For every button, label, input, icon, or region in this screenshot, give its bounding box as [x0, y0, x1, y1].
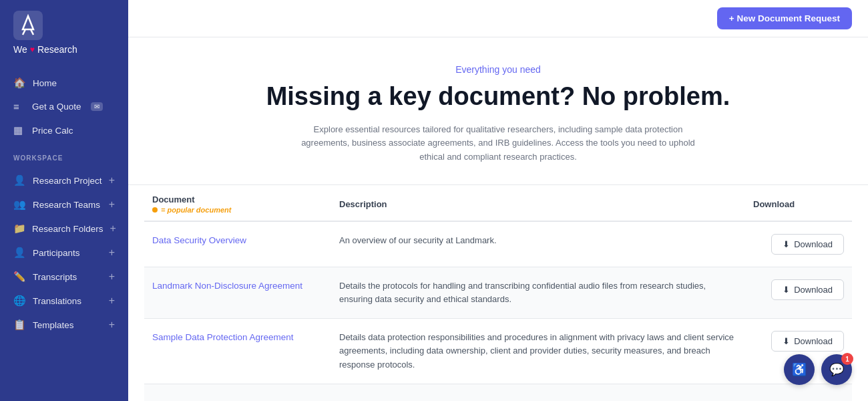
- doc-name-cell: Landmark Non-Disclosure Agreement: [144, 267, 331, 318]
- main-area: + New Document Request Everything you ne…: [128, 0, 868, 401]
- logo-area: We ♥ Research: [0, 0, 128, 68]
- chat-badge: 1: [841, 353, 853, 365]
- quote-badge-icon: ✉: [91, 102, 103, 111]
- table-row: [144, 384, 852, 401]
- col-description: Description: [331, 185, 745, 221]
- sidebar-item-translations[interactable]: 🌐 Translations +: [0, 289, 128, 313]
- doc-desc-data-protection: Details data protection responsibilities…: [339, 332, 734, 369]
- download-data-security-button[interactable]: ⬇ Download: [771, 234, 844, 255]
- popular-dot-icon: [152, 207, 158, 213]
- doc-desc-cell: Details data protection responsibilities…: [331, 319, 745, 384]
- sidebar-item-research-teams[interactable]: 👥 Research Teams +: [0, 192, 128, 217]
- sidebar-item-research-folders[interactable]: 📁 Research Folders +: [0, 217, 128, 241]
- doc-name-data-security[interactable]: Data Security Overview: [152, 235, 246, 245]
- sidebar-item-label: Research Project: [33, 176, 102, 186]
- doc-desc-data-security: An overview of our security at Landmark.: [339, 235, 497, 245]
- hero-title: Missing a key document? No problem.: [168, 82, 828, 112]
- sidebar-item-research-project[interactable]: 👤 Research Project +: [0, 168, 128, 192]
- chat-icon: 💬: [829, 362, 844, 377]
- documents-table-wrapper: Document = popular document Description …: [128, 185, 868, 401]
- content-area: Everything you need Missing a key docume…: [128, 37, 868, 401]
- quote-icon: ≡: [13, 101, 25, 112]
- accessibility-icon: ♿: [792, 362, 807, 377]
- sidebar: We ♥ Research 🏠 Home ≡ Get a Quote ✉ ▦ P…: [0, 0, 128, 401]
- table-row: Sample Data Protection Agreement Details…: [144, 319, 852, 384]
- brand-name: We ♥ Research: [13, 44, 77, 63]
- plus-icon: +: [109, 247, 115, 259]
- download-icon: ⬇: [783, 336, 790, 346]
- sidebar-item-label: Research Teams: [33, 200, 100, 210]
- hero-subtitle: Everything you need: [168, 64, 828, 75]
- popular-label: = popular document: [152, 206, 323, 214]
- plus-icon: +: [110, 223, 116, 235]
- plus-icon: +: [109, 198, 115, 211]
- accessibility-button[interactable]: ♿: [784, 354, 815, 385]
- sidebar-item-label: Participants: [33, 248, 80, 258]
- sidebar-item-home[interactable]: 🏠 Home: [0, 71, 128, 95]
- translations-icon: 🌐: [13, 295, 26, 307]
- download-nda-button[interactable]: ⬇ Download: [771, 279, 844, 300]
- table-header-row: Document = popular document Description …: [144, 185, 852, 221]
- col-document: Document = popular document: [144, 185, 331, 221]
- sidebar-item-label: Translations: [33, 296, 81, 306]
- sidebar-item-templates[interactable]: 📋 Templates +: [0, 313, 128, 337]
- topbar: + New Document Request: [128, 0, 868, 37]
- sidebar-item-transcripts[interactable]: ✏️ Transcripts +: [0, 265, 128, 289]
- table-row: Data Security Overview An overview of ou…: [144, 221, 852, 267]
- doc-desc-nda: Details the protocols for handling and t…: [339, 281, 706, 304]
- sidebar-item-price-calc[interactable]: ▦ Price Calc: [0, 118, 128, 142]
- doc-desc-cell: Details the protocols for handling and t…: [331, 267, 745, 318]
- participants-icon: 👤: [13, 247, 26, 259]
- heart-icon: ♥: [30, 45, 35, 54]
- home-icon: 🏠: [13, 77, 26, 89]
- floating-buttons: ♿ 💬 1: [784, 354, 852, 385]
- plus-icon: +: [109, 319, 115, 331]
- plus-icon: +: [109, 174, 115, 186]
- workspace-nav: 👤 Research Project + 👥 Research Teams + …: [0, 166, 128, 340]
- table-row: Landmark Non-Disclosure Agreement Detail…: [144, 267, 852, 318]
- hero-section: Everything you need Missing a key docume…: [128, 37, 868, 185]
- sidebar-item-label: Home: [33, 78, 57, 88]
- doc-download-cell: ⬇ Download: [745, 267, 852, 318]
- doc-name-cell: Data Security Overview: [144, 221, 331, 267]
- documents-table: Document = popular document Description …: [144, 185, 852, 401]
- download-data-protection-button[interactable]: ⬇ Download: [771, 331, 844, 352]
- sidebar-item-label: Templates: [33, 320, 74, 330]
- doc-download-cell: ⬇ Download: [745, 221, 852, 267]
- plus-icon: +: [109, 271, 115, 283]
- empty-row-cell: [144, 384, 852, 401]
- app-logo: [13, 11, 43, 40]
- main-nav: 🏠 Home ≡ Get a Quote ✉ ▦ Price Calc: [0, 68, 128, 145]
- table-body: Data Security Overview An overview of ou…: [144, 221, 852, 401]
- plus-icon: +: [109, 295, 115, 307]
- doc-desc-cell: An overview of our security at Landmark.: [331, 221, 745, 267]
- sidebar-item-label: Price Calc: [32, 126, 73, 136]
- doc-name-cell: Sample Data Protection Agreement: [144, 319, 331, 384]
- doc-name-nda[interactable]: Landmark Non-Disclosure Agreement: [152, 281, 302, 291]
- research-teams-icon: 👥: [13, 198, 26, 211]
- templates-icon: 📋: [13, 319, 26, 331]
- col-download: Download: [745, 185, 852, 221]
- workspace-label: WORKSPACE: [0, 145, 128, 166]
- calc-icon: ▦: [13, 124, 25, 136]
- download-icon: ⬇: [783, 239, 790, 249]
- sidebar-item-label: Research Folders: [32, 224, 103, 234]
- sidebar-item-label: Get a Quote: [32, 102, 81, 112]
- download-icon: ⬇: [783, 285, 790, 295]
- sidebar-item-participants[interactable]: 👤 Participants +: [0, 241, 128, 265]
- hero-description: Explore essential resources tailored for…: [291, 123, 705, 164]
- doc-name-data-protection[interactable]: Sample Data Protection Agreement: [152, 332, 294, 342]
- sidebar-item-label: Transcripts: [33, 272, 77, 282]
- chat-button[interactable]: 💬 1: [821, 354, 852, 385]
- sidebar-item-get-a-quote[interactable]: ≡ Get a Quote ✉: [0, 95, 128, 118]
- transcripts-icon: ✏️: [13, 271, 26, 283]
- research-project-icon: 👤: [13, 174, 26, 186]
- research-folders-icon: 📁: [13, 223, 25, 235]
- new-document-request-button[interactable]: + New Document Request: [717, 7, 852, 29]
